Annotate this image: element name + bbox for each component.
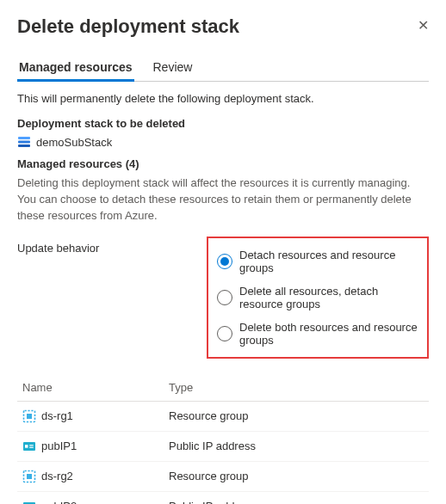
table-row: pubIP2Public IP address <box>17 492 429 504</box>
radio-label: Detach resources and resource groups <box>239 249 418 274</box>
stack-icon <box>17 135 31 149</box>
update-behavior-label: Update behavior <box>17 237 198 255</box>
public-ip-icon <box>22 439 36 453</box>
resource-name: pubIP1 <box>41 439 77 452</box>
resource-name: ds-rg2 <box>41 470 73 482</box>
column-name-header: Name <box>22 381 169 394</box>
table-row: ds-rg2Resource group <box>17 462 429 492</box>
column-type-header: Type <box>169 381 424 394</box>
table-header: Name Type <box>17 374 429 402</box>
radio-delete-both[interactable]: Delete both resources and resource group… <box>215 316 420 352</box>
table-row: ds-rg1Resource group <box>17 402 429 432</box>
radio-icon <box>217 326 232 341</box>
intro-text: This will permanently delete the followi… <box>17 92 429 105</box>
resource-group-icon <box>22 409 36 423</box>
radio-label: Delete both resources and resource group… <box>239 321 418 347</box>
tab-review[interactable]: Review <box>152 55 195 81</box>
resource-type: Resource group <box>169 409 424 422</box>
page-title: Delete deployment stack <box>17 15 239 38</box>
resource-type: Resource group <box>169 470 424 482</box>
radio-icon <box>217 254 232 269</box>
close-icon[interactable]: ✕ <box>418 19 429 33</box>
public-ip-icon <box>22 500 36 504</box>
update-behavior-radio-group: Detach resources and resource groups Del… <box>207 237 429 359</box>
resource-type: Public IP address <box>169 439 424 452</box>
tab-bar: Managed resources Review <box>17 55 429 82</box>
radio-detach[interactable]: Detach resources and resource groups <box>215 243 420 280</box>
table-row: pubIP1Public IP address <box>17 432 429 462</box>
resource-type: Public IP address <box>169 500 424 504</box>
radio-icon <box>217 290 232 305</box>
managed-resources-desc: Deleting this deployment stack will affe… <box>17 175 429 224</box>
resource-name: ds-rg1 <box>41 409 73 422</box>
resource-group-icon <box>22 470 36 483</box>
managed-resources-header: Managed resources (4) <box>17 157 429 170</box>
tab-managed-resources[interactable]: Managed resources <box>17 55 134 81</box>
stack-name: demoSubStack <box>36 136 112 149</box>
resource-name: pubIP2 <box>41 500 77 504</box>
stack-row: demoSubStack <box>17 135 429 149</box>
resource-table: Name Type ds-rg1Resource grouppubIP1Publ… <box>17 374 429 504</box>
stack-to-delete-header: Deployment stack to be deleted <box>17 117 429 130</box>
radio-label: Delete all resources, detach resource gr… <box>239 285 418 310</box>
radio-delete-all[interactable]: Delete all resources, detach resource gr… <box>215 280 420 316</box>
